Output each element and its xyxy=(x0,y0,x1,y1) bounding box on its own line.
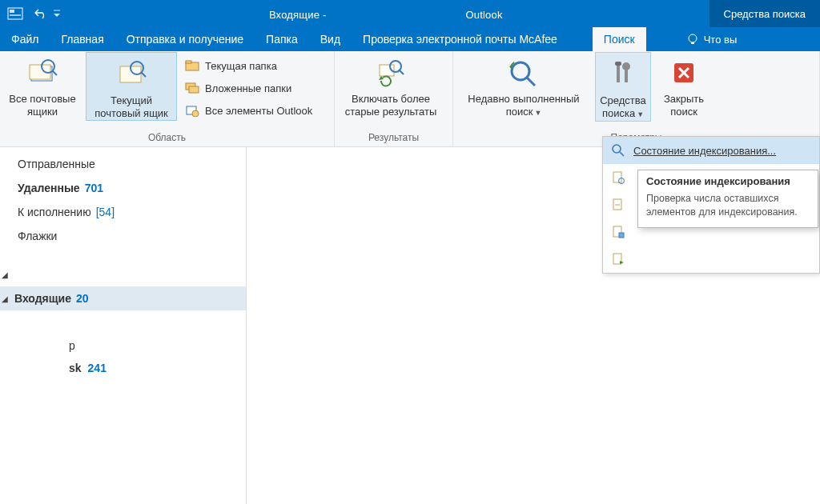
include-older-button[interactable]: Включать более старые результаты xyxy=(335,51,447,118)
expand-icon[interactable]: ◢ xyxy=(2,270,11,279)
svg-line-13 xyxy=(141,72,146,77)
ribbon-tabs: Файл Главная Отправка и получение Папка … xyxy=(0,27,820,51)
close-search-label: Закрыть поиск xyxy=(652,93,716,118)
svg-rect-1 xyxy=(10,10,14,13)
svg-point-5 xyxy=(689,34,697,42)
group-results: Включать более старые результаты Результ… xyxy=(335,51,453,146)
contextual-tab-label: Средства поиска xyxy=(709,0,820,27)
svg-point-24 xyxy=(512,62,529,80)
menu-item-5[interactable] xyxy=(603,246,819,273)
tab-home[interactable]: Главная xyxy=(50,27,115,51)
all-mailboxes-button[interactable]: Все почтовые ящики xyxy=(0,51,85,118)
ribbon: Все почтовые ящики Текущий почтовый ящик… xyxy=(0,51,820,147)
folders-icon xyxy=(184,80,200,96)
svg-rect-27 xyxy=(617,63,620,82)
svg-line-22 xyxy=(399,70,404,74)
mailbox-icon xyxy=(86,58,176,91)
indexing-status-item[interactable]: Состояние индексирования... xyxy=(603,137,819,164)
svg-rect-2 xyxy=(10,14,21,16)
nav-followup[interactable]: К исполнению[54] xyxy=(0,200,246,224)
search-tools-button[interactable]: Средства поиска▼ xyxy=(595,52,651,122)
close-search-button[interactable]: Закрыть поиск xyxy=(652,51,716,118)
outlook-items-icon xyxy=(184,102,200,118)
search-status-icon xyxy=(609,142,627,159)
tab-search[interactable]: Поиск xyxy=(593,27,646,51)
svg-rect-15 xyxy=(186,61,191,63)
group-options: Недавно выполненный поиск▼ Средства поис… xyxy=(453,51,820,146)
group-results-label: Результаты xyxy=(335,130,452,146)
tooltip-title: Состояние индексирования xyxy=(646,175,810,187)
document-icon xyxy=(609,223,627,241)
group-scope-label: Область xyxy=(0,130,334,146)
document-icon xyxy=(609,169,627,186)
svg-point-34 xyxy=(613,145,621,153)
close-icon xyxy=(652,56,716,90)
nav-fragment: sk241 xyxy=(69,362,107,374)
document-icon xyxy=(609,250,627,268)
tooltip: Состояние индексирования Проверка числа … xyxy=(637,170,818,228)
search-tools-label: Средства поиска▼ xyxy=(596,94,650,121)
svg-line-10 xyxy=(52,70,57,75)
quick-access-toolbar xyxy=(0,0,62,27)
tab-send-receive[interactable]: Отправка и получение xyxy=(115,27,255,51)
chevron-down-icon: ▼ xyxy=(534,109,541,117)
nav-flags[interactable]: Флажки xyxy=(0,224,246,248)
nav-fragment: р xyxy=(69,339,75,352)
include-older-label: Включать более старые результаты xyxy=(335,93,447,118)
nav-subfolders-obscured: р sk241 xyxy=(16,310,246,470)
group-scope: Все почтовые ящики Текущий почтовый ящик… xyxy=(0,51,335,146)
recent-searches-label: Недавно выполненный поиск▼ xyxy=(453,93,594,119)
tell-me[interactable]: Что вы xyxy=(678,27,738,51)
qat-customize-icon[interactable] xyxy=(51,10,62,18)
svg-rect-17 xyxy=(189,86,199,93)
svg-point-30 xyxy=(622,62,630,70)
tab-folder[interactable]: Папка xyxy=(255,27,309,51)
expand-icon[interactable]: ◢ xyxy=(2,294,11,303)
all-mailboxes-label: Все почтовые ящики xyxy=(0,93,85,118)
svg-line-35 xyxy=(620,152,624,156)
scope-options-list: Текущая папка Вложенные папки Все элемен… xyxy=(178,51,320,122)
recent-searches-button[interactable]: Недавно выполненный поиск▼ xyxy=(453,51,594,119)
window-title: Входящие -Outlook xyxy=(62,6,709,21)
tab-view[interactable]: Вид xyxy=(309,27,352,51)
svg-marker-4 xyxy=(54,14,60,17)
svg-point-19 xyxy=(192,110,199,117)
svg-rect-41 xyxy=(619,233,624,238)
title-bar: Входящие -Outlook Средства поиска xyxy=(0,0,820,27)
tooltip-body: Проверка числа оставшихся элементов для … xyxy=(646,192,810,219)
svg-rect-36 xyxy=(613,172,621,182)
svg-rect-6 xyxy=(691,42,694,44)
chevron-down-icon: ▼ xyxy=(637,110,644,118)
tools-icon xyxy=(596,58,650,91)
refresh-search-icon xyxy=(335,56,447,90)
current-mailbox-button[interactable]: Текущий почтовый ящик xyxy=(86,52,177,121)
tab-file[interactable]: Файл xyxy=(0,27,50,51)
tab-mcafee[interactable]: Проверка электронной почты McAfee xyxy=(352,27,569,51)
folder-pane: Отправленные Удаленные701 К исполнению[5… xyxy=(0,147,247,504)
nav-account[interactable]: ◢ xyxy=(0,262,246,286)
nav-sent[interactable]: Отправленные xyxy=(0,152,246,176)
subfolders-option[interactable]: Вложенные папки xyxy=(184,77,312,99)
all-outlook-items-option[interactable]: Все элементы Outlook xyxy=(184,99,312,122)
lightbulb-icon xyxy=(686,33,699,46)
document-icon xyxy=(609,196,627,214)
svg-line-25 xyxy=(527,78,535,86)
mailbox-icon xyxy=(0,56,85,90)
undo-icon[interactable] xyxy=(30,5,51,22)
current-folder-option[interactable]: Текущая папка xyxy=(184,54,312,77)
nav-deleted[interactable]: Удаленные701 xyxy=(0,176,246,200)
svg-rect-28 xyxy=(615,62,621,66)
nav-inbox[interactable]: ◢Входящие20 xyxy=(0,286,246,310)
folder-icon xyxy=(184,58,200,74)
app-icon[interactable] xyxy=(5,5,26,22)
current-mailbox-label: Текущий почтовый ящик xyxy=(86,94,176,120)
recent-search-icon xyxy=(453,56,594,90)
